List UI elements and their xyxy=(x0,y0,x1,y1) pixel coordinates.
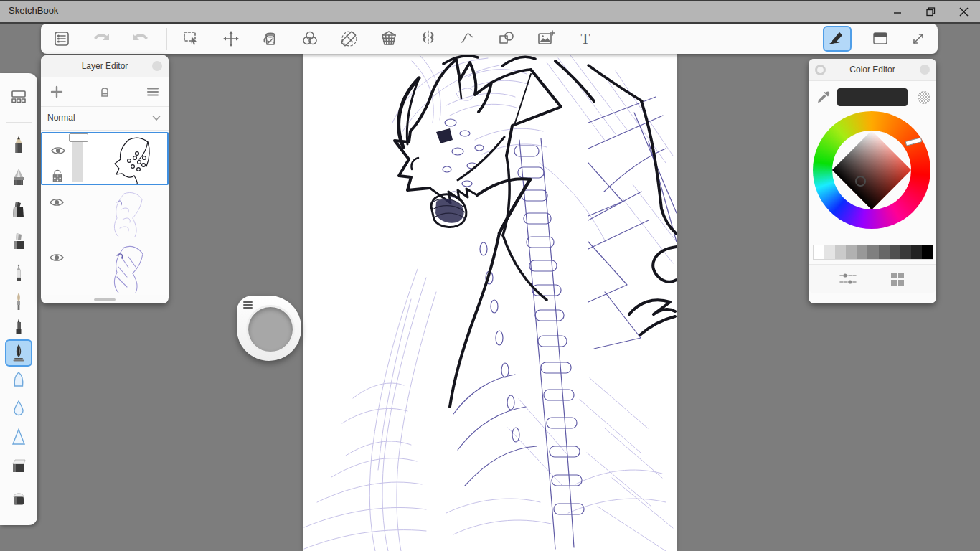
transform-tool-button[interactable] xyxy=(217,26,245,52)
saturation-cursor[interactable] xyxy=(855,176,866,187)
pencil-icon xyxy=(9,135,29,155)
import-image-button[interactable] xyxy=(532,26,560,52)
color-blend-icon xyxy=(300,29,320,49)
menu-list-button[interactable] xyxy=(47,26,76,52)
undo-button[interactable] xyxy=(87,26,116,52)
puck-surface[interactable] xyxy=(246,305,295,354)
layer-opacity-handle[interactable] xyxy=(69,133,88,142)
grayscale-swatch[interactable] xyxy=(890,245,900,259)
brush-library-icon xyxy=(9,87,29,107)
stroke-tool-button[interactable] xyxy=(453,26,482,52)
layer-marker-button[interactable] xyxy=(95,82,115,102)
layer-row-1[interactable] xyxy=(41,132,169,185)
color-editor-footer xyxy=(809,264,936,293)
minimize-button[interactable] xyxy=(881,1,914,22)
layer-actions-row xyxy=(41,77,169,107)
text-tool-icon: T xyxy=(575,29,595,49)
window-title: SketchBook xyxy=(9,5,58,16)
grayscale-swatch[interactable] xyxy=(867,245,878,259)
canvas-window-button[interactable] xyxy=(866,26,895,52)
tool-paintbrush[interactable] xyxy=(5,288,32,315)
blend-mode-dropdown[interactable]: Normal xyxy=(41,107,169,131)
tool-smudge[interactable] xyxy=(5,367,32,394)
fullscreen-button[interactable] xyxy=(904,26,933,52)
shapes-icon xyxy=(496,29,517,49)
drawing-canvas[interactable] xyxy=(303,54,677,551)
layer-3-thumbnail xyxy=(85,242,164,297)
brush-mode-button[interactable] xyxy=(823,26,852,52)
perspective-tool-button[interactable] xyxy=(374,26,403,52)
tool-pencil[interactable] xyxy=(5,131,32,159)
panel-resize-grip[interactable] xyxy=(94,298,116,301)
tool-ballpoint-pen[interactable] xyxy=(5,260,32,287)
shapes-tool-button[interactable] xyxy=(492,26,521,52)
grayscale-swatch[interactable] xyxy=(835,245,846,259)
current-color-swatch[interactable] xyxy=(837,88,908,106)
undo-icon xyxy=(91,29,111,49)
palette-divider xyxy=(6,122,32,123)
toolbar-divider xyxy=(166,28,167,50)
grayscale-swatch[interactable] xyxy=(846,245,857,259)
tool-eraser-hard[interactable] xyxy=(5,453,32,480)
add-layer-button[interactable] xyxy=(47,82,67,102)
grayscale-swatch[interactable] xyxy=(922,245,933,259)
tool-eraser-soft[interactable] xyxy=(5,485,32,512)
hamburger-icon xyxy=(146,85,160,99)
color-editor-header[interactable]: Color Editor xyxy=(809,59,936,81)
text-tool-button[interactable]: T xyxy=(571,26,600,52)
eyedropper-icon[interactable] xyxy=(816,89,831,105)
grayscale-swatch[interactable] xyxy=(857,245,867,259)
layer-visibility-icon[interactable] xyxy=(49,197,65,207)
layer-1-thumbnail xyxy=(87,134,166,187)
redo-button[interactable] xyxy=(126,26,155,52)
brush-library-button[interactable] xyxy=(5,83,32,110)
layer-menu-button[interactable] xyxy=(143,82,163,102)
tool-water-blend[interactable] xyxy=(5,395,32,423)
stroke-icon xyxy=(458,29,478,49)
layer-visibility-icon[interactable] xyxy=(50,146,66,156)
jaw-scribble xyxy=(433,128,466,223)
grayscale-swatch[interactable] xyxy=(911,245,922,259)
ruler-tool-button[interactable] xyxy=(335,26,364,52)
brush-palette xyxy=(0,73,37,525)
brush-puck[interactable] xyxy=(237,296,301,361)
chisel-marker-icon xyxy=(9,231,29,251)
redo-icon xyxy=(131,29,151,49)
eraser-hard-icon xyxy=(9,456,29,476)
plus-icon xyxy=(50,85,64,99)
layer-2-thumbnail xyxy=(85,187,164,242)
close-button[interactable] xyxy=(947,1,980,22)
tool-marker[interactable] xyxy=(5,196,32,223)
panel-handle-dot[interactable] xyxy=(152,61,162,71)
color-wheel[interactable] xyxy=(809,116,936,242)
grayscale-swatch[interactable] xyxy=(879,245,890,259)
airbrush-icon xyxy=(9,167,29,187)
restore-icon xyxy=(926,7,936,17)
symmetry-tool-button[interactable] xyxy=(414,26,443,52)
grayscale-swatch[interactable] xyxy=(814,245,824,259)
panel-handle-dot[interactable] xyxy=(920,65,930,75)
tool-chisel-marker[interactable] xyxy=(5,227,32,255)
color-blend-button[interactable] xyxy=(296,26,324,52)
layer-editor-header[interactable]: Layer Editor xyxy=(41,55,169,77)
puck-menu-icon[interactable] xyxy=(243,301,253,310)
grayscale-swatch[interactable] xyxy=(900,245,911,259)
fill-tool-button[interactable] xyxy=(256,26,285,52)
tool-fineliner[interactable] xyxy=(5,312,32,339)
tool-ink-pen[interactable] xyxy=(5,339,32,367)
layer-row-3[interactable] xyxy=(41,240,169,295)
layer-row-2[interactable] xyxy=(41,185,169,241)
grayscale-swatch[interactable] xyxy=(824,245,835,259)
transparency-lock-icon[interactable] xyxy=(51,169,64,184)
layer-visibility-icon[interactable] xyxy=(49,253,65,263)
dragon-sketch xyxy=(303,54,677,551)
selection-tool-button[interactable] xyxy=(177,26,206,52)
tool-smear[interactable] xyxy=(5,423,32,451)
ink-pen-icon xyxy=(9,343,29,363)
swatches-view-icon[interactable] xyxy=(890,271,905,287)
ballpoint-pen-icon xyxy=(9,263,29,283)
restore-button[interactable] xyxy=(914,1,947,22)
transparent-color-icon[interactable] xyxy=(917,90,931,105)
sliders-view-icon[interactable] xyxy=(839,272,857,286)
tool-airbrush[interactable] xyxy=(5,164,32,191)
